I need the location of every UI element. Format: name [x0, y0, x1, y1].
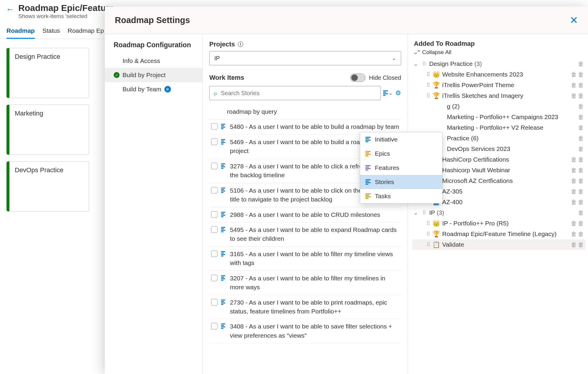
- drag-handle-icon[interactable]: ⠿: [426, 71, 430, 78]
- tree-item[interactable]: ⠿🏆iTrellis PowerPoint Theme🗑🗑: [412, 80, 586, 90]
- delete-icon[interactable]: 🗑: [578, 82, 584, 89]
- work-item-checkbox[interactable]: [211, 323, 218, 329]
- nav-item-label: Build by Team: [122, 86, 161, 93]
- drag-handle-icon[interactable]: ⠿: [426, 82, 430, 88]
- tree-item[interactable]: ⠿👑Website Enhancements 2023🗑🗑: [412, 69, 586, 80]
- drag-handle-icon[interactable]: ⠿: [426, 231, 430, 237]
- drag-handle-icon[interactable]: ⠿: [426, 220, 430, 227]
- gear-icon[interactable]: ⚙: [395, 89, 401, 97]
- work-item-checkbox[interactable]: [211, 163, 218, 169]
- type-menu-item-features[interactable]: Features: [360, 161, 442, 175]
- delete-icon[interactable]: 🗑: [578, 135, 584, 142]
- delete-icon[interactable]: 🗑: [578, 178, 584, 184]
- work-item-type-filter[interactable]: ⌄: [383, 90, 393, 96]
- type-menu-item-initiative[interactable]: Initiative: [360, 132, 442, 147]
- drag-handle-icon[interactable]: ⠿: [422, 210, 426, 216]
- delete-icon[interactable]: 🗑: [571, 71, 577, 78]
- type-menu-item-epics[interactable]: Epics: [360, 147, 442, 161]
- work-item-row[interactable]: 3207 - As a user I want to be able to fi…: [209, 271, 401, 295]
- work-item-row[interactable]: 2730 - As a user I want to be able to pr…: [209, 295, 401, 319]
- delete-icon[interactable]: 🗑: [578, 231, 584, 238]
- search-input[interactable]: [221, 90, 376, 97]
- delete-icon[interactable]: 🗑: [571, 241, 577, 248]
- close-icon[interactable]: ✕: [570, 14, 578, 26]
- back-arrow-icon[interactable]: ←: [6, 3, 14, 14]
- work-item-checkbox[interactable]: [211, 211, 218, 218]
- delete-icon[interactable]: 🗑: [571, 199, 577, 206]
- work-item-row[interactable]: 3408 - As a user I want to be able to sa…: [209, 319, 401, 343]
- delete-icon[interactable]: 🗑: [578, 209, 584, 216]
- tree-item[interactable]: ⠿👑IP - Portfolio++ Pro (R5)🗑🗑: [412, 218, 586, 229]
- delete-icon[interactable]: 🗑: [571, 231, 577, 238]
- delete-icon[interactable]: 🗑: [578, 103, 584, 110]
- delete-icon[interactable]: 🗑: [571, 82, 577, 89]
- drag-handle-icon[interactable]: ⠿: [426, 242, 430, 248]
- tree-group[interactable]: ⌄⠿Design Practice (3)🗑: [412, 58, 586, 69]
- tab-roadmap-epic[interactable]: Roadmap Ep: [68, 24, 104, 39]
- tree-item[interactable]: ⠿🏆Roadmap Epic/Feature Timeline (Legacy)…: [412, 229, 586, 239]
- work-item-checkbox[interactable]: [211, 139, 218, 145]
- delete-icon[interactable]: 🗑: [571, 156, 577, 163]
- delete-icon[interactable]: 🗑: [571, 188, 577, 195]
- type-menu-item-stories[interactable]: Stories: [360, 175, 442, 189]
- tab-roadmap[interactable]: Roadmap: [6, 24, 35, 39]
- roadmap-card[interactable]: Design Practice: [6, 48, 89, 98]
- delete-icon[interactable]: 🗑: [578, 61, 584, 67]
- tree-group[interactable]: ⌄⠿IP (3)🗑: [412, 207, 586, 218]
- tree-item[interactable]: Marketing - Portfolio++ V2 Release🗑: [412, 122, 586, 133]
- delete-icon[interactable]: 🗑: [578, 71, 584, 78]
- search-box[interactable]: ⌕: [209, 86, 381, 100]
- delete-icon[interactable]: 🗑: [578, 146, 584, 152]
- work-item-checkbox[interactable]: [211, 251, 218, 257]
- info-icon[interactable]: i: [238, 42, 243, 47]
- type-menu-item-tasks[interactable]: Tasks: [360, 189, 442, 203]
- caret-icon[interactable]: ⌄: [414, 210, 419, 216]
- drag-handle-icon[interactable]: ⠿: [422, 61, 426, 67]
- delete-icon[interactable]: 🗑: [578, 124, 584, 131]
- tree-item[interactable]: ⠿🏆iTrellis Sketches and Imagery🗑🗑: [412, 90, 586, 101]
- roadmap-card[interactable]: Marketing: [6, 105, 89, 155]
- tasks-icon: [365, 193, 371, 199]
- caret-icon[interactable]: ⌄: [414, 61, 419, 67]
- work-item-row[interactable]: 3165 - As a user I want to be able to fi…: [209, 247, 401, 271]
- collapse-all-button[interactable]: ⌵⌃ Collapse All: [412, 48, 586, 57]
- type-menu-label: Stories: [375, 178, 394, 186]
- work-item-checkbox[interactable]: [211, 187, 218, 193]
- work-item-row[interactable]: 2318 - As a user I want to be able to se…: [209, 343, 401, 347]
- tree-item[interactable]: Marketing - Portfolio++ Campaigns 2023🗑: [412, 112, 586, 122]
- drag-handle-icon[interactable]: ⠿: [426, 93, 430, 99]
- work-item-row[interactable]: 5495 - As a user I want to be able to ex…: [209, 222, 401, 247]
- nav-item-label: Info & Access: [122, 57, 160, 64]
- delete-icon[interactable]: 🗑: [578, 220, 584, 227]
- type-menu-label: Tasks: [375, 193, 391, 200]
- delete-icon[interactable]: 🗑: [578, 241, 584, 248]
- nav-build-by-project[interactable]: ✓ Build by Project: [105, 68, 202, 82]
- delete-icon[interactable]: 🗑: [578, 114, 584, 121]
- work-item-checkbox[interactable]: [211, 123, 218, 130]
- nav-build-by-team[interactable]: Build by Team ✲: [105, 82, 202, 96]
- delete-icon[interactable]: 🗑: [578, 188, 584, 195]
- nav-item-label: Build by Project: [122, 71, 166, 79]
- work-item-checkbox[interactable]: [211, 275, 218, 281]
- nav-info-access[interactable]: Info & Access: [105, 54, 202, 68]
- work-item-row[interactable]: 2988 - As a user I want to be able to CR…: [209, 207, 401, 222]
- work-item-checkbox[interactable]: [211, 226, 218, 233]
- delete-icon[interactable]: 🗑: [578, 92, 584, 99]
- roadmap-card[interactable]: DevOps Practice: [6, 161, 89, 212]
- type-menu-label: Initiative: [375, 136, 398, 143]
- delete-icon[interactable]: 🗑: [571, 178, 577, 184]
- tree-item[interactable]: ⠿📋Validate🗑🗑: [412, 239, 586, 250]
- delete-icon[interactable]: 🗑: [578, 167, 584, 174]
- tree-label: Marketing - Portfolio++ Campaigns 2023: [414, 113, 575, 121]
- delete-icon[interactable]: 🗑: [578, 199, 584, 206]
- delete-icon[interactable]: 🗑: [578, 156, 584, 163]
- project-select[interactable]: IP ⌄: [209, 51, 401, 65]
- hide-closed-toggle[interactable]: [350, 74, 365, 82]
- delete-icon[interactable]: 🗑: [571, 92, 577, 99]
- work-item-checkbox[interactable]: [211, 299, 218, 305]
- tree-group[interactable]: g (2)🗑: [412, 101, 586, 112]
- delete-icon[interactable]: 🗑: [571, 220, 577, 227]
- tree-label: IP - Portfolio++ Pro (R5): [442, 220, 568, 227]
- tab-status[interactable]: Status: [43, 24, 60, 39]
- delete-icon[interactable]: 🗑: [571, 167, 577, 174]
